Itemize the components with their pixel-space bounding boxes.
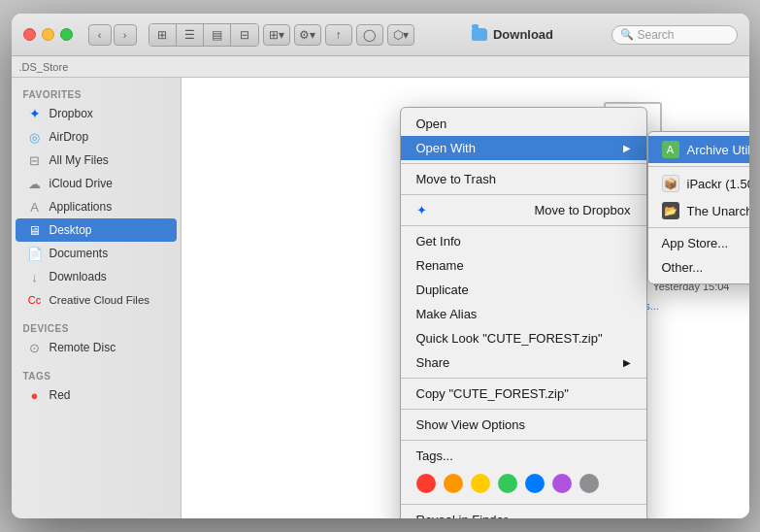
ctx-open-with[interactable]: Open With ▶ — [401, 136, 646, 160]
ctx-make-alias[interactable]: Make Alias — [401, 302, 646, 326]
separator-4 — [401, 378, 646, 379]
desktop-icon: 🖥 — [27, 222, 43, 238]
submenu-unarchiver[interactable]: 📂 The Unarchiver — [648, 197, 749, 224]
separator-3 — [401, 225, 646, 226]
sidebar-item-label: All My Files — [50, 153, 109, 167]
context-menu: Open Open With ▶ Move to Trash ✦ Move to… — [400, 107, 647, 518]
sidebar-item-desktop[interactable]: 🖥 Desktop — [16, 218, 177, 242]
sidebar-item-label: Downloads — [50, 270, 107, 283]
color-dot-orange[interactable] — [444, 474, 463, 493]
search-box[interactable]: 🔍 Search — [611, 25, 738, 45]
sidebar-item-label: iCloud Drive — [50, 177, 113, 190]
finder-window: ‹ › ⊞ ☰ ▤ ⊟ ⊞▾ ⚙▾ ↑ ◯ ⬡▾ Download 🔍 — [12, 14, 749, 518]
sidebar: Favorites ✦ Dropbox ◎ AirDrop ⊟ All My F… — [12, 78, 182, 518]
all-my-files-icon: ⊟ — [27, 152, 43, 168]
sidebar-item-label: Applications — [50, 200, 113, 214]
submenu-arrow: ▶ — [623, 143, 631, 153]
archive-utility-icon: A — [662, 141, 679, 158]
ctx-open[interactable]: Open — [401, 112, 646, 136]
sidebar-item-documents[interactable]: 📄 Documents — [16, 242, 177, 265]
action-button[interactable]: ⚙▾ — [294, 24, 321, 46]
submenu-ipackr[interactable]: 📦 iPackr (1.50) — [648, 170, 749, 197]
submenu-archive-utility[interactable]: A Archive Utility (default) (10.10) — [648, 136, 749, 163]
sidebar-item-creative-cloud[interactable]: Cc Creative Cloud Files — [16, 288, 177, 312]
color-dots-row — [401, 468, 646, 501]
favorites-label: Favorites — [12, 85, 181, 102]
creative-cloud-icon: Cc — [27, 292, 43, 308]
close-button[interactable] — [23, 28, 36, 41]
search-icon: 🔍 — [620, 28, 634, 41]
sidebar-item-applications[interactable]: A Applications — [16, 195, 177, 218]
tags-label: Tags — [12, 367, 181, 383]
sidebar-item-label: Red — [50, 388, 71, 402]
ctx-move-to-trash[interactable]: Move to Trash — [401, 167, 646, 191]
sidebar-item-airdrop[interactable]: ◎ AirDrop — [16, 125, 177, 149]
ctx-duplicate[interactable]: Duplicate — [401, 278, 646, 302]
ctx-rename[interactable]: Rename — [401, 253, 646, 278]
color-dot-green[interactable] — [498, 474, 517, 493]
folder-icon — [472, 28, 487, 41]
red-tag-icon: ● — [27, 387, 43, 403]
nav-buttons: ‹ › — [88, 24, 137, 46]
arrange-button[interactable]: ⊞▾ — [263, 24, 290, 46]
dropbox-button[interactable]: ⬡▾ — [387, 24, 414, 46]
documents-icon: 📄 — [27, 246, 43, 261]
sidebar-item-dropbox[interactable]: ✦ Dropbox — [16, 102, 177, 125]
remote-disc-icon: ⊙ — [27, 340, 43, 355]
minimize-button[interactable] — [42, 28, 54, 41]
sidebar-item-label: Creative Cloud Files — [50, 294, 150, 306]
sidebar-item-label: AirDrop — [50, 130, 89, 144]
color-dot-yellow[interactable] — [471, 474, 490, 493]
ctx-copy[interactable]: Copy "CUTE_FOREST.zip" — [401, 382, 646, 406]
airdrop-icon: ◎ — [27, 129, 43, 145]
back-button[interactable]: ‹ — [88, 24, 112, 46]
ctx-tags[interactable]: Tags... — [401, 444, 646, 468]
window-title: Download — [493, 27, 553, 42]
separator-5 — [401, 409, 646, 410]
separator-6 — [401, 440, 646, 441]
sidebar-item-icloud-drive[interactable]: ☁ iCloud Drive — [16, 172, 177, 195]
submenu-other[interactable]: Other... — [648, 255, 749, 280]
separator-1 — [401, 163, 646, 164]
ctx-show-view-options[interactable]: Show View Options — [401, 413, 646, 437]
traffic-lights — [23, 28, 73, 41]
main-content: Favorites ✦ Dropbox ◎ AirDrop ⊟ All My F… — [12, 78, 749, 518]
forward-button[interactable]: › — [114, 24, 137, 46]
open-with-submenu: A Archive Utility (default) (10.10) 📦 iP… — [647, 131, 749, 284]
sidebar-item-downloads[interactable]: ↓ Downloads — [16, 265, 177, 288]
color-dot-purple[interactable] — [552, 474, 572, 493]
ctx-move-to-dropbox[interactable]: ✦ Move to Dropbox — [401, 198, 646, 222]
titlebar: ‹ › ⊞ ☰ ▤ ⊟ ⊞▾ ⚙▾ ↑ ◯ ⬡▾ Download 🔍 — [12, 14, 749, 56]
sidebar-item-label: Dropbox — [50, 107, 93, 120]
color-dot-blue[interactable] — [525, 474, 545, 493]
separator-7 — [401, 504, 646, 505]
icon-view-button[interactable]: ⊞ — [149, 24, 177, 46]
ctx-quick-look[interactable]: Quick Look "CUTE_FOREST.zip" — [401, 326, 646, 350]
sidebar-item-label: Remote Disc — [50, 341, 116, 354]
color-dot-gray[interactable] — [579, 474, 599, 493]
tag-button[interactable]: ◯ — [356, 24, 383, 46]
sidebar-item-label: Desktop — [50, 223, 92, 237]
ctx-get-info[interactable]: Get Info — [401, 229, 646, 253]
file-area: ZIP CUTE_FOREST.zip ZIP - 279,8 MB Creat… — [182, 78, 749, 518]
window-title-area: Download — [422, 27, 604, 42]
list-view-button[interactable]: ☰ — [177, 24, 204, 46]
cover-flow-button[interactable]: ⊟ — [231, 24, 258, 46]
color-dot-red[interactable] — [416, 474, 436, 493]
share-arrow: ▶ — [623, 357, 631, 368]
unarchiver-icon: 📂 — [662, 202, 679, 219]
ipackr-icon: 📦 — [662, 175, 679, 192]
submenu-separator-2 — [648, 227, 749, 228]
sidebar-item-remote-disc[interactable]: ⊙ Remote Disc — [16, 336, 177, 359]
column-view-button[interactable]: ▤ — [204, 24, 231, 46]
separator-2 — [401, 194, 646, 195]
share-button[interactable]: ↑ — [325, 24, 352, 46]
sidebar-item-all-my-files[interactable]: ⊟ All My Files — [16, 149, 177, 172]
submenu-app-store[interactable]: App Store... — [648, 231, 749, 255]
sidebar-item-red-tag[interactable]: ● Red — [16, 383, 177, 407]
devices-label: Devices — [12, 319, 181, 336]
maximize-button[interactable] — [60, 28, 73, 41]
downloads-icon: ↓ — [27, 269, 43, 284]
ctx-share[interactable]: Share ▶ — [401, 350, 646, 375]
ctx-reveal-in-finder[interactable]: Reveal in Finder — [401, 508, 646, 518]
